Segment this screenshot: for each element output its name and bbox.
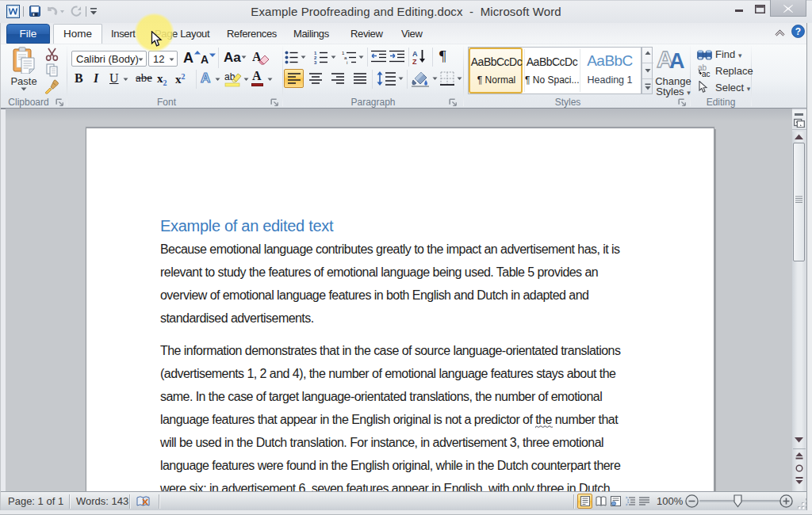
svg-text:3: 3 (314, 60, 317, 64)
svg-text:i: i (347, 60, 347, 64)
svg-text:?: ? (795, 26, 801, 37)
svg-text:ac: ac (702, 70, 710, 78)
svg-text:Z: Z (412, 58, 417, 65)
svg-text:A: A (412, 50, 418, 58)
